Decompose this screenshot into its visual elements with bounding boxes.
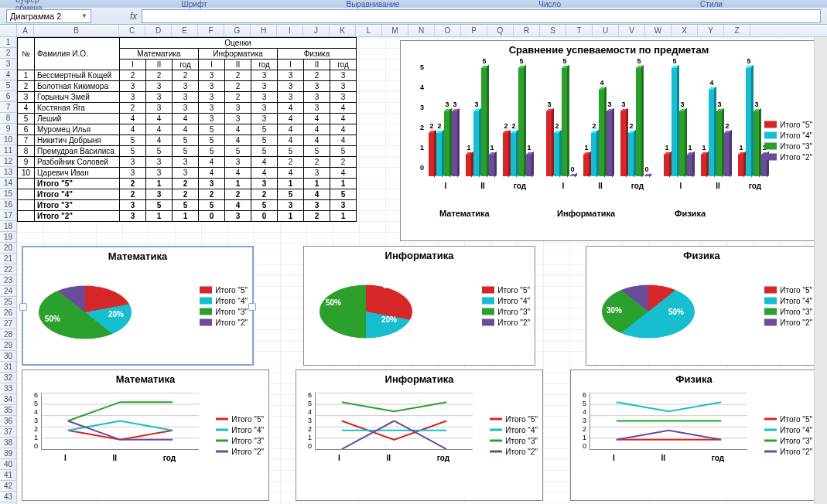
table-row[interactable]: 3Горыныч Змей333323333 <box>18 92 357 103</box>
row-header[interactable]: 2 <box>0 48 16 59</box>
col-header[interactable]: M <box>382 25 408 36</box>
table-row[interactable]: 6Муромец Илья444545444 <box>18 124 357 135</box>
col-header[interactable]: D <box>145 25 172 36</box>
table-total-row[interactable]: Итого "3"355545333 <box>18 200 357 211</box>
row-header[interactable]: 36 <box>0 416 16 427</box>
formula-bar[interactable] <box>142 9 821 23</box>
row-header[interactable]: 43 <box>0 492 16 502</box>
row-header[interactable]: 1 <box>0 37 16 48</box>
hdr-period[interactable]: II <box>146 60 173 70</box>
fx-icon[interactable]: fx <box>130 11 137 22</box>
hdr-period[interactable]: II <box>225 60 251 70</box>
vertical-scrollbar[interactable] <box>814 37 827 504</box>
col-header[interactable]: B <box>34 25 119 36</box>
chart-comparison-bar[interactable]: Сравнение успеваемости по предметам 5432… <box>400 40 818 241</box>
row-header[interactable]: 19 <box>0 232 16 243</box>
row-header[interactable]: 18 <box>0 221 16 232</box>
col-header[interactable]: J <box>303 25 330 36</box>
row-header[interactable]: 39 <box>0 448 16 459</box>
row-header[interactable]: 35 <box>0 405 16 416</box>
col-header[interactable]: U <box>593 25 619 36</box>
row-header[interactable]: 32 <box>0 373 16 383</box>
col-header[interactable]: E <box>172 25 198 36</box>
hdr-period[interactable]: I <box>120 60 146 70</box>
table-total-row[interactable]: Итого "5"212313111 <box>18 179 357 189</box>
hdr-grades[interactable]: Оценки <box>120 38 357 49</box>
col-header[interactable]: L <box>356 25 382 36</box>
col-header[interactable]: H <box>251 25 277 36</box>
row-header[interactable]: 29 <box>0 340 16 351</box>
col-header[interactable]: G <box>224 25 251 36</box>
row-header[interactable]: 41 <box>0 470 16 481</box>
col-header[interactable]: F <box>198 25 224 36</box>
row-header[interactable]: 38 <box>0 438 16 448</box>
table-row[interactable]: 8Премудрая Василиса555555555 <box>18 146 357 157</box>
chevron-down-icon[interactable]: ▼ <box>81 12 87 19</box>
row-header[interactable]: 23 <box>0 275 16 286</box>
hdr-period[interactable]: II <box>304 60 330 70</box>
row-header[interactable]: 15 <box>0 189 16 199</box>
row-header[interactable]: 17 <box>0 210 16 221</box>
table-row[interactable]: 9Разбойник Соловей333434222 <box>18 157 357 168</box>
table-row[interactable]: 2Болотная Кикимора333323333 <box>18 81 357 92</box>
row-header[interactable]: 40 <box>0 459 16 470</box>
table-row[interactable]: 10Царевич Иван333444434 <box>18 168 357 179</box>
row-header[interactable]: 3 <box>0 59 16 70</box>
hdr-period[interactable]: год <box>173 60 199 70</box>
row-header[interactable]: 25 <box>0 297 16 308</box>
hdr-subject[interactable]: Физика <box>278 49 357 60</box>
col-header[interactable]: O <box>435 25 461 36</box>
hdr-period[interactable]: год <box>251 60 278 70</box>
table-row[interactable]: 5Леший444333444 <box>18 114 357 124</box>
row-header[interactable]: 16 <box>0 199 16 210</box>
row-header[interactable]: 33 <box>0 383 16 394</box>
row-headers[interactable]: 1234567891011121314151617181920212223242… <box>0 37 17 504</box>
row-header[interactable]: 37 <box>0 427 16 438</box>
name-box[interactable]: Диаграмма 2 ▼ <box>6 9 91 23</box>
row-header[interactable]: 31 <box>0 362 16 373</box>
row-header[interactable]: 9 <box>0 124 16 135</box>
hdr-subject[interactable]: Математика <box>120 49 199 60</box>
select-all-corner[interactable] <box>0 25 17 36</box>
row-header[interactable]: 24 <box>0 286 16 297</box>
chart-math-pie[interactable]: Математика 20% 20% 50% 10% Итого "5"Итог… <box>22 246 254 366</box>
hdr-num[interactable]: № <box>18 38 35 70</box>
col-header[interactable]: K <box>330 25 356 36</box>
table-row[interactable]: 1Бессмертный Кощей222323323 <box>18 70 357 81</box>
worksheet-grid[interactable]: № Фамилия И.О. Оценки МатематикаИнформат… <box>17 37 827 504</box>
hdr-period[interactable]: I <box>199 60 225 70</box>
row-header[interactable]: 13 <box>0 167 16 178</box>
chart-phys-line[interactable]: Физика 6543210 IIIгод Итого "5"Итого "4"… <box>570 369 818 501</box>
row-header[interactable]: 42 <box>0 481 16 492</box>
chart-info-pie[interactable]: Информатика 30% 20% 50% Итого "5"Итого "… <box>303 246 535 366</box>
col-header[interactable]: T <box>566 25 593 36</box>
row-header[interactable]: 28 <box>0 329 16 340</box>
row-header[interactable]: 22 <box>0 264 16 275</box>
row-header[interactable]: 7 <box>0 102 16 113</box>
col-header[interactable]: W <box>645 25 672 36</box>
col-header[interactable]: R <box>514 25 540 36</box>
row-header[interactable]: 21 <box>0 254 16 264</box>
row-header[interactable]: 5 <box>0 80 16 91</box>
col-header[interactable]: S <box>540 25 566 36</box>
table-row[interactable]: 4Костяная Яга233333434 <box>18 103 357 114</box>
col-header[interactable]: A <box>17 25 34 36</box>
table-total-row[interactable]: Итого "2"311030121 <box>18 211 357 222</box>
hdr-name[interactable]: Фамилия И.О. <box>35 38 120 70</box>
row-header[interactable]: 6 <box>0 91 16 102</box>
column-headers[interactable]: ABCDEFGHIJKLMNOPQRSTUVWXYZ <box>0 25 827 37</box>
chart-phys-pie[interactable]: Физика 10% 50% 30% 10% Итого "5"Итого "4… <box>586 246 818 366</box>
col-header[interactable]: Y <box>698 25 724 36</box>
col-header[interactable]: Q <box>487 25 514 36</box>
row-header[interactable]: 8 <box>0 113 16 124</box>
row-header[interactable]: 30 <box>0 351 16 362</box>
hdr-period[interactable]: год <box>330 60 357 70</box>
hdr-subject[interactable]: Информатика <box>199 49 278 60</box>
row-header[interactable]: 10 <box>0 135 16 145</box>
row-header[interactable]: 27 <box>0 318 16 329</box>
col-header[interactable]: P <box>461 25 487 36</box>
chart-math-line[interactable]: Математика 6543210 IIIгод Итого "5"Итого… <box>22 369 269 501</box>
chart-info-line[interactable]: Информатика 6543210 IIIгод Итого "5"Итог… <box>296 369 543 501</box>
table-total-row[interactable]: Итого "4"232222545 <box>18 189 357 200</box>
col-header[interactable]: V <box>619 25 645 36</box>
